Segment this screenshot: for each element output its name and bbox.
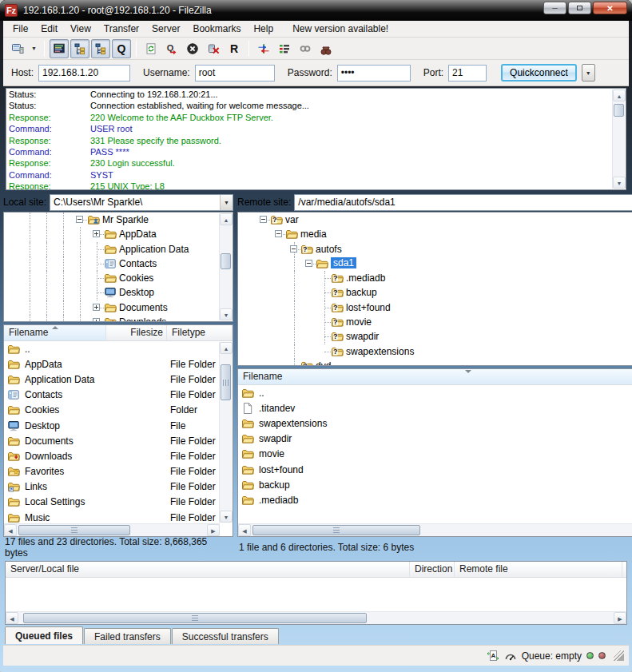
tree-item-swapextensions[interactable]: ?swapextensions: [238, 344, 632, 359]
tree-item-cookies[interactable]: Cookies: [4, 271, 233, 285]
toggle-message-log-button[interactable]: [50, 39, 69, 58]
tree-item-swapdir[interactable]: ?swapdir: [238, 329, 632, 344]
quickconnect-button[interactable]: Quickconnect: [501, 64, 577, 82]
resize-grip[interactable]: [614, 650, 624, 661]
tree-item-media[interactable]: media: [238, 227, 632, 241]
column-header-filetype[interactable]: Filetype: [167, 325, 233, 340]
file-row-swapextensions[interactable]: swapextensions: [238, 416, 632, 431]
tab-failed-transfers[interactable]: Failed transfers: [84, 628, 171, 644]
quickconnect-dropdown-button[interactable]: ▼: [582, 64, 595, 82]
title-bar[interactable]: Fz 192.168.1.20 - root@192.168.1.20 - Fi…: [0, 0, 632, 21]
scrollbar-thumb[interactable]: [221, 364, 231, 400]
scrollbar-right-button[interactable]: ▶: [207, 524, 220, 536]
tree-expander-minus[interactable]: [275, 230, 282, 237]
menu-help[interactable]: Help: [247, 21, 280, 38]
toggle-local-tree-button[interactable]: L: [70, 39, 89, 58]
close-button[interactable]: ✕: [593, 2, 627, 14]
file-row-music[interactable]: MusicFile Folder: [4, 510, 233, 523]
tree-expander-minus[interactable]: [290, 245, 297, 252]
tab-successful-transfers[interactable]: Successful transfers: [172, 628, 279, 644]
tree-item-appdata[interactable]: AppData: [4, 227, 233, 241]
directory-comparison-button[interactable]: [254, 39, 273, 58]
tree-item-autofs[interactable]: ?autofs: [238, 242, 632, 256]
column-header-filename[interactable]: Filename: [238, 369, 632, 384]
file-row-titandev[interactable]: .titandev: [238, 400, 632, 416]
tree-item-mr-sparkle[interactable]: Mr Sparkle: [4, 213, 233, 227]
file-row-mediadb[interactable]: .mediadb: [238, 492, 632, 507]
disconnect-button[interactable]: [204, 39, 223, 58]
port-input[interactable]: [448, 65, 487, 82]
scrollbar-left-button[interactable]: ◀: [238, 524, 251, 536]
tree-expander-plus[interactable]: [93, 230, 100, 237]
file-row-contacts[interactable]: ContactsFile Folder: [4, 388, 233, 403]
scrollbar-right-button[interactable]: ▶: [614, 612, 626, 624]
local-site-dropdown-button[interactable]: ▼: [220, 195, 233, 210]
cancel-button[interactable]: [183, 39, 202, 58]
tree-item-contacts[interactable]: Contacts: [4, 256, 233, 271]
column-header-filesize[interactable]: Filesize: [106, 325, 167, 340]
menu-file[interactable]: File: [6, 21, 34, 38]
tree-item-desktop[interactable]: Desktop: [4, 285, 233, 300]
column-header-direction[interactable]: Direction: [410, 562, 455, 577]
synchronized-browsing-button[interactable]: [296, 39, 315, 58]
scrollbar-up-button[interactable]: ▲: [220, 213, 233, 225]
tree-item-application-data[interactable]: Application Data: [4, 242, 233, 256]
scrollbar-left-button[interactable]: ◀: [6, 612, 18, 624]
local-site-combobox[interactable]: C:\Users\Mr Sparkle\ ▼: [50, 194, 233, 211]
tab-queued-files[interactable]: Queued files: [5, 626, 83, 644]
scrollbar-thumb[interactable]: [18, 525, 130, 535]
menu-edit[interactable]: Edit: [34, 21, 64, 38]
column-header-server-local-file[interactable]: Server/Local file: [6, 562, 410, 577]
username-input[interactable]: [195, 65, 275, 82]
tree-item-backup[interactable]: ?backup: [238, 285, 632, 300]
scrollbar-up-button[interactable]: ▲: [613, 89, 626, 101]
scrollbar-down-button[interactable]: ▼: [613, 177, 626, 189]
remote-site-combobox[interactable]: /var/media/autofs/sda1 ▼: [294, 194, 632, 211]
scrollbar-up-button[interactable]: ▲: [220, 342, 233, 354]
find-files-button[interactable]: [316, 39, 336, 58]
file-row-backup[interactable]: backup: [238, 477, 632, 492]
scrollbar-thumb[interactable]: [614, 104, 624, 117]
tree-item-sda1[interactable]: sda1: [238, 256, 632, 271]
scrollbar-down-button[interactable]: ▼: [220, 308, 233, 320]
tree-item-var[interactable]: ?var: [238, 213, 632, 227]
reconnect-button[interactable]: R: [225, 39, 244, 58]
file-row-favorites[interactable]: FavoritesFile Folder: [4, 464, 233, 479]
speed-limits-icon[interactable]: [504, 650, 517, 662]
file-row-documents[interactable]: DocumentsFile Folder: [4, 433, 233, 448]
toggle-queue-button[interactable]: Q: [112, 39, 131, 58]
file-row-lost-found[interactable]: lost+found: [238, 462, 632, 477]
tree-expander-minus[interactable]: [260, 216, 267, 223]
password-input[interactable]: [337, 65, 411, 82]
tree-item-downloads[interactable]: Downloads: [4, 315, 233, 322]
site-manager-button[interactable]: [8, 39, 27, 58]
menu-server[interactable]: Server: [145, 21, 186, 38]
tree-expander-minus[interactable]: [76, 216, 83, 223]
menu-transfer[interactable]: Transfer: [97, 21, 145, 38]
transfer-type-icon[interactable]: A: [487, 650, 499, 662]
host-input[interactable]: [38, 65, 130, 82]
refresh-button[interactable]: [141, 39, 161, 58]
scrollbar-thumb[interactable]: [252, 525, 420, 535]
scrollbar-down-button[interactable]: ▼: [220, 511, 233, 523]
site-manager-dropdown-button[interactable]: ▼: [29, 39, 39, 58]
file-row-swapdir[interactable]: swapdir: [238, 431, 632, 447]
tree-item-documents[interactable]: Documents: [4, 300, 233, 315]
file-row-application-data[interactable]: Application DataFile Folder: [4, 372, 233, 387]
menu-view[interactable]: View: [64, 21, 97, 38]
file-row-local-settings[interactable]: Local SettingsFile Folder: [4, 495, 233, 510]
minimize-button[interactable]: ─: [543, 2, 566, 14]
tree-item-lost-found[interactable]: ?lost+found: [238, 300, 632, 315]
tree-item-mediadb[interactable]: ?.mediadb: [238, 271, 632, 285]
column-header-filename[interactable]: Filename: [4, 325, 106, 340]
tree-expander-minus[interactable]: [305, 260, 312, 267]
file-row-movie[interactable]: movie: [238, 447, 632, 462]
file-row-downloads[interactable]: DownloadsFile Folder: [4, 448, 233, 463]
scrollbar-left-button[interactable]: ◀: [4, 524, 17, 536]
toggle-remote-tree-button[interactable]: F: [91, 39, 110, 58]
scrollbar-thumb[interactable]: [23, 613, 367, 623]
process-queue-button[interactable]: Q: [162, 39, 181, 58]
maximize-button[interactable]: [568, 2, 591, 14]
file-row-desktop[interactable]: DesktopFile: [4, 418, 233, 433]
file-row-links[interactable]: LinksFile Folder: [4, 479, 233, 495]
